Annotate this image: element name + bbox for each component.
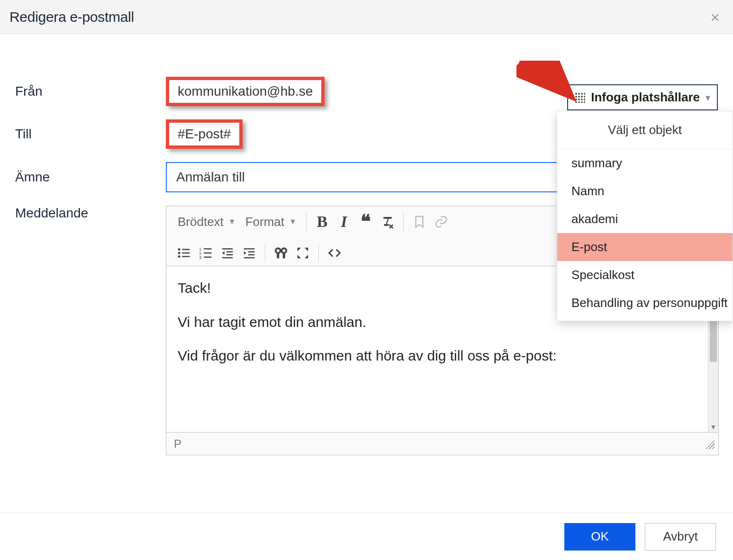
svg-rect-12 bbox=[222, 248, 233, 250]
italic-button[interactable]: I bbox=[333, 211, 355, 233]
svg-point-0 bbox=[178, 248, 181, 251]
placeholder-item-akademi[interactable]: akademi bbox=[557, 205, 733, 233]
toolbar-separator bbox=[318, 244, 319, 262]
svg-rect-16 bbox=[244, 248, 255, 250]
label-subject: Ämne bbox=[14, 170, 166, 185]
dialog-header: Redigera e-postmall × bbox=[0, 0, 733, 34]
paragraph-style-dropdown[interactable]: Brödtext ▼ bbox=[173, 212, 241, 232]
find-button[interactable] bbox=[270, 242, 292, 264]
clear-format-button[interactable] bbox=[377, 211, 398, 233]
resize-grip-icon[interactable] bbox=[704, 439, 715, 449]
numbered-list-button[interactable]: 123 bbox=[195, 242, 217, 264]
toolbar-separator bbox=[265, 244, 265, 262]
svg-rect-24 bbox=[283, 253, 285, 258]
source-code-button[interactable] bbox=[324, 242, 345, 264]
label-message: Meddelande bbox=[14, 206, 166, 221]
grid-icon bbox=[575, 92, 585, 103]
svg-rect-23 bbox=[277, 253, 279, 258]
caret-down-icon: ▼ bbox=[228, 217, 236, 226]
outdent-button[interactable] bbox=[217, 242, 238, 264]
editor-path: P bbox=[174, 437, 181, 451]
placeholder-item-summary[interactable]: summary bbox=[557, 149, 733, 177]
ok-button[interactable]: OK bbox=[564, 523, 635, 551]
svg-rect-11 bbox=[204, 257, 211, 258]
placeholder-item-namn[interactable]: Namn bbox=[557, 177, 733, 205]
to-field[interactable]: #E-post# bbox=[166, 119, 243, 149]
placeholder-item-epost[interactable]: E-post bbox=[557, 233, 733, 261]
svg-rect-15 bbox=[222, 257, 233, 259]
svg-rect-5 bbox=[182, 256, 190, 257]
bookmark-button[interactable] bbox=[408, 211, 430, 233]
fullscreen-button[interactable] bbox=[292, 242, 314, 264]
chevron-down-icon: ▾ bbox=[706, 92, 710, 103]
close-icon[interactable]: × bbox=[708, 9, 722, 25]
placeholder-panel-header: Välj ett objekt bbox=[557, 111, 733, 149]
svg-rect-4 bbox=[182, 253, 190, 254]
svg-text:3: 3 bbox=[199, 255, 201, 260]
svg-point-2 bbox=[178, 255, 181, 258]
dialog-footer: OK Avbryt bbox=[0, 513, 733, 560]
cancel-button[interactable]: Avbryt bbox=[645, 523, 716, 551]
toolbar-separator bbox=[306, 212, 307, 231]
format-dropdown[interactable]: Format ▼ bbox=[241, 212, 301, 232]
svg-point-20 bbox=[276, 248, 281, 253]
svg-rect-3 bbox=[182, 249, 190, 250]
paragraph-style-label: Brödtext bbox=[178, 215, 224, 229]
placeholder-panel: Välj ett objekt summary Namn akademi E-p… bbox=[557, 111, 733, 321]
svg-rect-22 bbox=[280, 250, 282, 252]
svg-rect-10 bbox=[204, 253, 211, 254]
svg-rect-19 bbox=[244, 257, 255, 259]
placeholder-item-behandling[interactable]: Behandling av personuppgift bbox=[557, 289, 733, 317]
bold-button[interactable]: B bbox=[311, 211, 333, 233]
toolbar-separator bbox=[403, 212, 404, 231]
from-field[interactable]: kommunikation@hb.se bbox=[166, 77, 325, 106]
blockquote-button[interactable]: ❝ bbox=[355, 211, 377, 233]
label-from: Från bbox=[14, 84, 166, 99]
svg-rect-14 bbox=[226, 254, 233, 256]
svg-rect-17 bbox=[248, 251, 255, 253]
svg-rect-9 bbox=[204, 248, 211, 250]
svg-point-21 bbox=[281, 248, 286, 253]
format-label: Format bbox=[245, 215, 284, 229]
scroll-down-icon[interactable]: ▼ bbox=[708, 422, 718, 432]
placeholder-item-specialkost[interactable]: Specialkost bbox=[557, 261, 733, 289]
insert-placeholder-label: Infoga platshållare bbox=[591, 90, 700, 105]
svg-rect-18 bbox=[248, 254, 255, 256]
insert-placeholder-button[interactable]: Infoga platshållare ▾ bbox=[567, 84, 718, 110]
label-to: Till bbox=[14, 126, 166, 142]
editor-line: Vid frågor är du välkommen att höra av d… bbox=[178, 345, 707, 366]
editor-status-bar: P bbox=[166, 432, 718, 455]
caret-down-icon: ▼ bbox=[289, 217, 297, 226]
svg-point-1 bbox=[178, 252, 181, 254]
dialog-title: Redigera e-postmall bbox=[9, 9, 134, 25]
indent-button[interactable] bbox=[238, 242, 260, 264]
dialog-content: Infoga platshållare ▾ Välj ett objekt su… bbox=[0, 34, 733, 455]
svg-rect-13 bbox=[226, 251, 233, 253]
bullet-list-button[interactable] bbox=[173, 242, 195, 264]
link-button[interactable] bbox=[430, 211, 452, 233]
